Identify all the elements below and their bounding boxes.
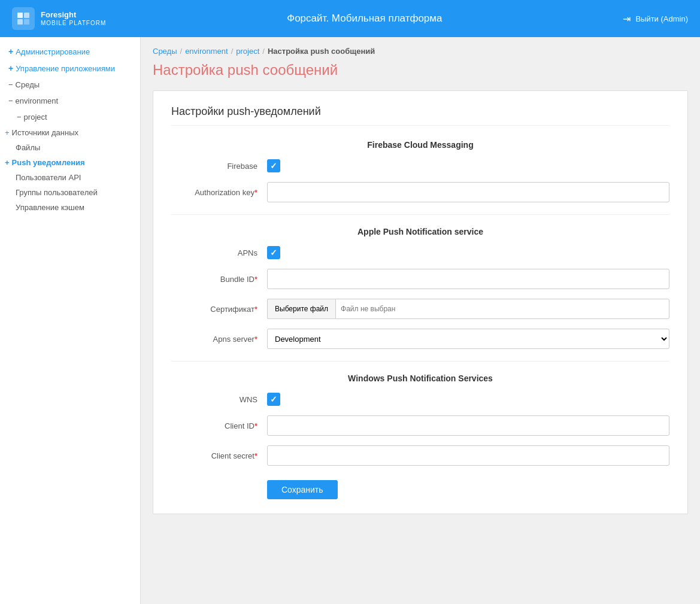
sidebar-item-api-users[interactable]: Пользователи API <box>0 170 140 185</box>
apns-server-row: Apns server* Development Production <box>171 329 669 349</box>
required-indicator: * <box>254 305 257 314</box>
bundle-id-label: Bundle ID* <box>171 275 267 284</box>
sidebar-item-administration[interactable]: + Администрирование <box>0 43 140 60</box>
sidebar-item-project[interactable]: − project <box>0 109 140 125</box>
form-card-title: Настройки push-уведомлений <box>171 105 669 126</box>
breadcrumb-environments[interactable]: Среды <box>153 47 177 56</box>
section-divider-2 <box>171 361 669 362</box>
logo: Foresight MOBILE PLATFORM <box>12 7 106 30</box>
firebase-enabled-row: Firebase ✓ <box>171 159 669 172</box>
sidebar-item-app-management[interactable]: + Управление приложениями <box>0 60 140 77</box>
sidebar-label-data-sources: Источники данных <box>12 128 78 137</box>
wns-enabled-row: WNS ✓ <box>171 393 669 406</box>
client-id-input[interactable] <box>267 415 669 436</box>
required-indicator: * <box>254 188 257 197</box>
auth-key-input[interactable] <box>267 182 669 202</box>
wns-section-heading: Windows Push Notification Services <box>171 374 669 383</box>
required-indicator: * <box>254 451 257 460</box>
client-secret-label: Client secret* <box>171 451 267 460</box>
breadcrumb-sep-2: / <box>231 47 234 56</box>
client-id-row: Client ID* <box>171 415 669 436</box>
check-mark-icon: ✓ <box>270 395 277 403</box>
breadcrumb-environment[interactable]: environment <box>185 47 228 56</box>
section-divider-1 <box>171 214 669 215</box>
app-header: Foresight MOBILE PLATFORM Форсайт. Мобил… <box>0 0 700 37</box>
file-input-container: Выберите файл Файл не выбран <box>267 299 669 319</box>
expand-icon: + <box>5 128 10 137</box>
breadcrumb-sep-3: / <box>262 47 265 56</box>
sidebar-label-api-users: Пользователи API <box>16 173 81 182</box>
required-indicator: * <box>254 275 257 284</box>
logo-text: Foresight MOBILE PLATFORM <box>41 10 106 27</box>
form-card: Настройки push-уведомлений Firebase Clou… <box>153 90 688 514</box>
sidebar-item-files[interactable]: Файлы <box>0 140 140 155</box>
sidebar-item-environments[interactable]: − Среды <box>0 77 140 93</box>
main-content: Среды / environment / project / Настройк… <box>141 37 700 604</box>
firebase-checkbox[interactable]: ✓ <box>267 159 280 172</box>
logo-subtitle: MOBILE PLATFORM <box>41 20 106 27</box>
wns-checkbox[interactable]: ✓ <box>267 393 280 406</box>
sidebar: + Администрирование + Управление приложе… <box>0 37 141 604</box>
bundle-id-row: Bundle ID* <box>171 269 669 289</box>
svg-rect-3 <box>24 19 29 25</box>
sidebar-label-files: Файлы <box>16 143 40 152</box>
wns-label: WNS <box>171 395 267 404</box>
logo-icon <box>12 7 35 30</box>
expand-icon: + <box>8 63 13 73</box>
bundle-id-input[interactable] <box>267 269 669 289</box>
certificate-label: Сертификат* <box>171 305 267 314</box>
logo-title: Foresight <box>41 10 106 20</box>
client-secret-input[interactable] <box>267 445 669 466</box>
logout-icon: ⇥ <box>623 13 631 25</box>
collapse-icon: − <box>8 96 13 105</box>
check-mark-icon: ✓ <box>270 162 277 170</box>
sidebar-label-cache-management: Управление кэшем <box>16 203 84 212</box>
logout-button[interactable]: ⇥ Выйти (Admin) <box>623 13 688 25</box>
sidebar-label-project: project <box>24 113 47 122</box>
check-mark-icon: ✓ <box>270 248 277 257</box>
svg-rect-2 <box>17 19 23 25</box>
sidebar-label-administration: Администрирование <box>16 47 90 56</box>
apns-server-label: Apns server* <box>171 335 267 344</box>
collapse-icon: − <box>17 113 22 122</box>
sidebar-label-app-management: Управление приложениями <box>16 64 115 73</box>
choose-file-button[interactable]: Выберите файл <box>267 299 335 319</box>
expand-icon: + <box>5 158 10 167</box>
client-secret-row: Client secret* <box>171 445 669 466</box>
sidebar-item-data-sources[interactable]: + Источники данных <box>0 125 140 140</box>
breadcrumb-project[interactable]: project <box>236 47 259 56</box>
apns-section-heading: Apple Push Notification service <box>171 227 669 236</box>
file-name-display: Файл не выбран <box>335 299 669 319</box>
sidebar-label-user-groups: Группы пользователей <box>16 188 98 197</box>
sidebar-item-user-groups[interactable]: Группы пользователей <box>0 185 140 200</box>
sidebar-label-environments: Среды <box>16 80 40 89</box>
expand-icon: + <box>8 47 13 56</box>
auth-key-label: Authorization key* <box>171 188 267 197</box>
firebase-label: Firebase <box>171 162 267 171</box>
apns-checkbox[interactable]: ✓ <box>267 246 280 259</box>
sidebar-item-environment[interactable]: − environment <box>0 93 140 109</box>
required-indicator: * <box>254 421 257 430</box>
certificate-row: Сертификат* Выберите файл Файл не выбран <box>171 299 669 319</box>
apns-server-select[interactable]: Development Production <box>267 329 669 349</box>
apns-enabled-row: APNs ✓ <box>171 246 669 259</box>
client-id-label: Client ID* <box>171 421 267 430</box>
sidebar-item-push-notifications[interactable]: + Push уведомления <box>0 155 140 170</box>
breadcrumb-current: Настройка push сообщений <box>268 47 375 56</box>
page-title-text: Настройка push сообщений <box>153 62 338 78</box>
sidebar-label-environment: environment <box>16 96 59 105</box>
page-title: Настройка push сообщений <box>153 62 688 78</box>
apns-label: APNs <box>171 248 267 257</box>
header-title: Форсайт. Мобильная платформа <box>287 13 442 25</box>
collapse-icon: − <box>8 80 13 89</box>
breadcrumb-sep-1: / <box>180 47 183 56</box>
breadcrumb: Среды / environment / project / Настройк… <box>153 47 688 56</box>
sidebar-label-push-notifications: Push уведомления <box>12 158 85 167</box>
svg-rect-0 <box>17 13 23 18</box>
save-button[interactable]: Сохранить <box>267 480 338 499</box>
sidebar-item-cache-management[interactable]: Управление кэшем <box>0 200 140 215</box>
required-indicator: * <box>254 335 257 344</box>
firebase-section-heading: Firebase Cloud Messaging <box>171 140 669 150</box>
logout-label: Выйти (Admin) <box>635 14 688 23</box>
svg-rect-1 <box>24 13 29 18</box>
